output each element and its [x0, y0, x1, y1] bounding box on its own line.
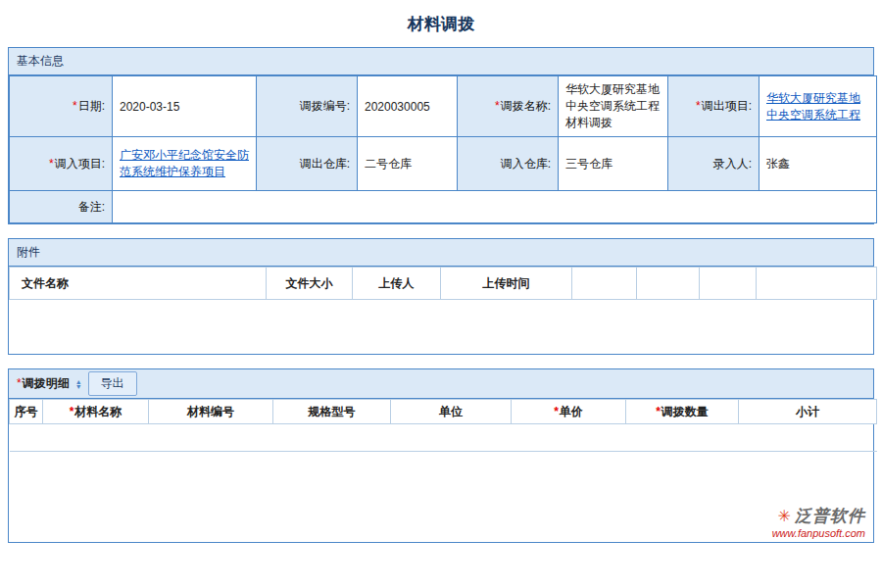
required-mark: *	[70, 405, 74, 418]
details-empty-row	[10, 424, 877, 452]
attachments-col-uploader: 上传人	[353, 268, 441, 300]
attachments-header: 附件	[9, 239, 873, 267]
brand-name: 泛普软件	[795, 505, 865, 527]
details-col-material-name: *材料名称	[43, 400, 149, 424]
out-warehouse-label: 调出仓库:	[257, 137, 358, 191]
fanpusoft-logo-icon: ✳	[778, 509, 791, 524]
remark-value	[113, 191, 877, 223]
details-col-quantity: *调拨数量	[626, 400, 739, 424]
in-project-value: 广安邓小平纪念馆安全防范系统维护保养项目	[113, 137, 257, 191]
required-mark: *	[17, 376, 22, 390]
transfer-no-value: 2020030005	[358, 76, 458, 137]
basic-info-header: 基本信息	[9, 48, 873, 75]
details-col-seq: 序号	[10, 400, 43, 424]
details-empty-body	[9, 452, 873, 542]
attachments-col-filename: 文件名称	[10, 268, 267, 300]
brand-footer: ✳ 泛普软件 www.fanpusoft.com	[772, 505, 865, 539]
details-col-unit-price: *单价	[512, 400, 626, 424]
details-header: *调拨明细 ▲▼ 导出	[9, 369, 873, 399]
attachments-col-filesize: 文件大小	[267, 268, 353, 300]
attachments-col-uploadtime: 上传时间	[441, 268, 572, 300]
basic-info-section: 基本信息 *日期: 2020-03-15 调拨编号: 2020030005 *调…	[8, 47, 874, 224]
attachments-section: 附件 文件名称 文件大小 上传人 上传时间	[8, 238, 874, 355]
export-button[interactable]: 导出	[88, 371, 137, 396]
entered-by-label: 录入人:	[668, 137, 760, 191]
transfer-name-value: 华软大厦研究基地中央空调系统工程材料调拨	[559, 76, 668, 137]
date-value: 2020-03-15	[113, 76, 257, 137]
transfer-name-label: *调拨名称:	[458, 76, 559, 137]
transfer-no-label: 调拨编号:	[257, 76, 358, 137]
required-mark: *	[696, 99, 701, 113]
out-project-link[interactable]: 华软大厦研究基地中央空调系统工程	[766, 91, 860, 122]
attachments-col-empty	[572, 268, 637, 300]
basic-info-table: *日期: 2020-03-15 调拨编号: 2020030005 *调拨名称: …	[9, 75, 877, 223]
in-project-label: *调入项目:	[10, 137, 113, 191]
details-table: 序号 *材料名称 材料编号 规格型号 单位 *单价 *调拨数量 小计	[9, 399, 877, 452]
attachments-col-empty	[637, 268, 700, 300]
details-col-subtotal: 小计	[739, 400, 877, 424]
details-title: 调拨明细	[23, 376, 70, 390]
date-label: *日期:	[10, 76, 113, 137]
required-mark: *	[495, 99, 500, 113]
out-project-value: 华软大厦研究基地中央空调系统工程	[760, 76, 877, 137]
brand-website: www.fanpusoft.com	[772, 527, 865, 539]
out-project-label: *调出项目:	[668, 76, 760, 137]
details-col-unit: 单位	[391, 400, 512, 424]
sort-icon[interactable]: ▲▼	[75, 379, 82, 389]
required-mark: *	[49, 157, 54, 171]
details-section: *调拨明细 ▲▼ 导出 序号 *材料名称 材料编号 规格型号 单位 *单价 *调…	[8, 368, 874, 543]
in-warehouse-label: 调入仓库:	[458, 137, 559, 191]
in-warehouse-value: 三号仓库	[559, 137, 668, 191]
attachments-col-empty	[757, 268, 877, 300]
details-col-material-no: 材料编号	[149, 400, 273, 424]
attachments-empty-body	[9, 300, 873, 354]
attachments-col-empty	[700, 268, 757, 300]
attachments-table: 文件名称 文件大小 上传人 上传时间	[9, 267, 877, 300]
out-warehouse-value: 二号仓库	[358, 137, 458, 191]
entered-by-value: 张鑫	[760, 137, 877, 191]
remark-label: 备注:	[10, 191, 113, 223]
in-project-link[interactable]: 广安邓小平纪念馆安全防范系统维护保养项目	[120, 148, 249, 178]
required-mark: *	[656, 405, 661, 418]
required-mark: *	[73, 99, 77, 113]
details-col-spec: 规格型号	[273, 400, 391, 424]
required-mark: *	[554, 405, 559, 418]
page-title: 材料调拨	[0, 0, 882, 47]
